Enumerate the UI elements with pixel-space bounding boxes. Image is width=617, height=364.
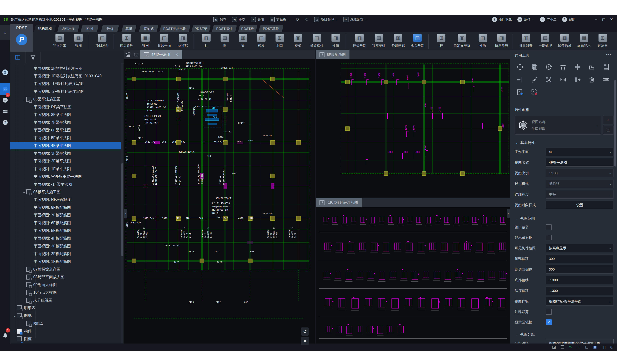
pdst-app-block[interactable]: PDST P bbox=[10, 24, 33, 52]
ribbon-tab-PDST板[interactable]: PDST板 bbox=[238, 25, 257, 32]
系统设置-menu[interactable]: ⚙系统设置⌄ bbox=[344, 17, 367, 22]
input-顶部偏移[interactable]: 300 bbox=[546, 255, 614, 263]
ribbon-tab-算量[interactable]: 算量 bbox=[121, 25, 136, 32]
tool-match-blue-icon[interactable] bbox=[515, 88, 525, 97]
rail-item-help-icon[interactable]: ? bbox=[0, 116, 10, 129]
ribbon-button-线条隐藏[interactable]: ▦线条隐藏 bbox=[555, 33, 574, 48]
ribbon-button-梯梁梯柱[interactable]: ◫梯梁梯柱 bbox=[307, 33, 326, 48]
tool-offset-icon[interactable] bbox=[515, 75, 525, 84]
section-chevron-icon[interactable]: ⌄ bbox=[515, 333, 518, 336]
type-selector[interactable]: 视图名称 平面视图 ⌄ + ☲ bbox=[515, 116, 614, 135]
section-chevron-icon[interactable]: ⌄ bbox=[515, 141, 518, 145]
广小二-button[interactable]: ◒广小二 bbox=[540, 17, 556, 22]
tree-item[interactable]: 平面视图: 1F梁平法图 bbox=[10, 165, 121, 173]
ribbon-button-快速放坡[interactable]: ◨快速放坡 bbox=[492, 33, 511, 48]
select-详细程度[interactable]: 中等⌄ bbox=[546, 190, 614, 199]
ribbon-button-洞口[interactable]: ⊞洞口 bbox=[270, 33, 289, 48]
ribbon-tab-分析[interactable]: 分析 bbox=[101, 25, 119, 32]
tool-align-bottom-icon[interactable] bbox=[601, 62, 611, 72]
tree-item[interactable]: 平面视图: 6F梁平法图 bbox=[10, 126, 121, 134]
tree-item[interactable]: 平面视图: 4F梁平法图 bbox=[10, 142, 121, 149]
redo-button[interactable]: ↻ bbox=[305, 17, 309, 22]
type-settings-button[interactable]: ☲ bbox=[603, 126, 614, 135]
tree-item[interactable]: 09剖面大样图 bbox=[10, 281, 121, 288]
input-剖切面偏移[interactable]: 300 bbox=[546, 265, 614, 273]
tree-chevron-icon[interactable]: ⌄ bbox=[22, 190, 26, 194]
ribbon-button-承台基础[interactable]: ▧承台基础 bbox=[408, 33, 427, 48]
tree-item[interactable]: ⌄06板平法施工图 bbox=[10, 188, 121, 196]
status-slope-icon[interactable]: ◪ bbox=[552, 345, 556, 350]
tool-stairs-icon[interactable] bbox=[530, 75, 539, 84]
input-视图名称[interactable]: 4F梁平法图 bbox=[546, 158, 614, 167]
ribbon-button-筏板基础[interactable]: ▥筏板基础 bbox=[350, 33, 369, 48]
rail-expand-button[interactable]: » bbox=[0, 25, 10, 40]
rail-item-folder-icon[interactable] bbox=[0, 105, 10, 117]
tools-scrollbar[interactable] bbox=[614, 80, 616, 167]
ribbon-button-标高显示[interactable]: ▧标高显示 bbox=[574, 33, 593, 48]
tool-delete-icon[interactable] bbox=[587, 75, 596, 84]
ribbon-button-楼层管理[interactable]: ⊞楼层管理 bbox=[117, 33, 136, 48]
status-redirect-icon[interactable]: → bbox=[576, 345, 580, 350]
rail-item-link-icon[interactable]: 1 bbox=[0, 94, 10, 106]
maximize-button[interactable]: ▢ bbox=[600, 17, 608, 22]
tree-item[interactable]: 平面视图: 4F板配筋图 bbox=[10, 234, 121, 242]
checkbox-注释裁剪[interactable] bbox=[546, 309, 552, 315]
ribbon-button-独立基础[interactable]: ▤独立基础 bbox=[369, 33, 388, 48]
section-chevron-icon[interactable]: ⌄ bbox=[515, 217, 518, 220]
tool-move-icon[interactable] bbox=[515, 62, 525, 72]
ribbon-button-批量对齐[interactable]: ▥批量对齐 bbox=[516, 33, 536, 48]
tree-item[interactable]: 平面视图: 1F墙柱列表注写图_01031040 bbox=[10, 72, 121, 80]
tree-item[interactable]: 07楼梯坡道详图 bbox=[10, 265, 121, 273]
pdst-logo-icon[interactable]: P bbox=[16, 34, 27, 45]
tree-item[interactable]: 平面视图: 2F板配筋图 bbox=[10, 250, 121, 258]
tree-item[interactable]: 平面视图: 6F板配筋图 bbox=[10, 219, 121, 227]
tree-item[interactable]: 平面视图: RF梁平法图 bbox=[10, 103, 121, 111]
反馈-button[interactable]: ▭反馈⌄ bbox=[517, 17, 534, 22]
ribbon-tab-PDST梁[interactable]: PDST梁 bbox=[191, 25, 211, 32]
close-overlay-button[interactable]: ✕ bbox=[301, 337, 309, 345]
tree-item[interactable]: 平面视图: 室外标高梁平法图 bbox=[10, 173, 121, 181]
ribbon-button-桩[interactable]: ⊞桩 bbox=[432, 33, 450, 48]
tool-array-icon[interactable] bbox=[544, 75, 553, 84]
ribbon-tab-PDST墙柱[interactable]: PDST墙柱 bbox=[212, 25, 237, 32]
layout-grid-icon[interactable] bbox=[125, 52, 130, 57]
rail-item-worker-icon[interactable] bbox=[0, 66, 10, 79]
ribbon-button-标准层[interactable]: ◨标准层 bbox=[174, 33, 192, 48]
checkbox-显示裁剪框[interactable] bbox=[546, 235, 552, 240]
ribbon-button-梁[interactable]: ▦梁 bbox=[234, 33, 252, 48]
select-可见构件范围[interactable]: 按高度显示⌄ bbox=[546, 244, 614, 252]
剪贴板-button[interactable]: ▤剪贴板⌄ bbox=[270, 17, 290, 22]
undo-button[interactable]: ↺ bbox=[296, 17, 299, 22]
pdst-tab[interactable]: PDST bbox=[10, 26, 33, 30]
ribbon-tab-协同[interactable]: 协同 bbox=[81, 25, 99, 32]
ribbon-button-导入导出[interactable]: ▤导入导出 bbox=[50, 33, 69, 48]
保存-button[interactable]: ▣保存 bbox=[213, 17, 226, 22]
select-工作平面[interactable]: 4F⌄ bbox=[546, 148, 614, 156]
tool-measure-icon[interactable] bbox=[601, 75, 611, 84]
关闭-button[interactable]: ✕关闭 bbox=[251, 17, 264, 22]
select-视图样板[interactable]: 视图样板-梁平法平面⌄ bbox=[546, 297, 614, 306]
close-button[interactable]: ✕ bbox=[608, 17, 615, 22]
ribbon-tab-PDST平法出图[interactable]: PDST平法出图 bbox=[159, 25, 190, 32]
chevron-down-icon[interactable]: ⌄ bbox=[595, 123, 598, 127]
checkbox-视口裁剪[interactable] bbox=[546, 224, 552, 230]
tree-item[interactable]: ⌄05梁平法施工图 bbox=[10, 95, 121, 103]
ribbon-button-项目构件[interactable]: ▧项目构件 bbox=[93, 33, 112, 48]
tree-item[interactable]: 平面视图: 5F梁平法图 bbox=[10, 134, 121, 142]
ribbon-button-视图[interactable]: ▦视图 bbox=[69, 33, 88, 48]
tree-item[interactable]: 图框 bbox=[10, 335, 121, 343]
ribbon-button-条形基础[interactable]: ▦条形基础 bbox=[388, 33, 408, 48]
tree-item[interactable]: 图纸1 bbox=[10, 320, 121, 327]
status-link-icon[interactable]: ∞ bbox=[568, 345, 572, 350]
tab-close-icon[interactable]: ✕ bbox=[175, 52, 179, 57]
add-type-button[interactable]: + bbox=[603, 116, 614, 124]
tree-item[interactable]: 明细表 bbox=[10, 304, 121, 312]
tool-align-mid-icon[interactable] bbox=[573, 62, 582, 72]
ribbon-button-墙[interactable]: ▤墙 bbox=[216, 33, 234, 48]
项目管理-menu[interactable]: ▢项目管理⌄ bbox=[314, 17, 338, 22]
tree-item[interactable]: 平面视图: RF板配筋图 bbox=[10, 196, 121, 204]
reset-view-button[interactable]: ↺ bbox=[301, 327, 309, 336]
tree-chevron-icon[interactable]: ⌄ bbox=[13, 314, 17, 318]
tree-item[interactable]: 平面视图: 8F梁平法图 bbox=[10, 111, 121, 118]
collapse-right-icon[interactable]: › bbox=[507, 209, 510, 218]
